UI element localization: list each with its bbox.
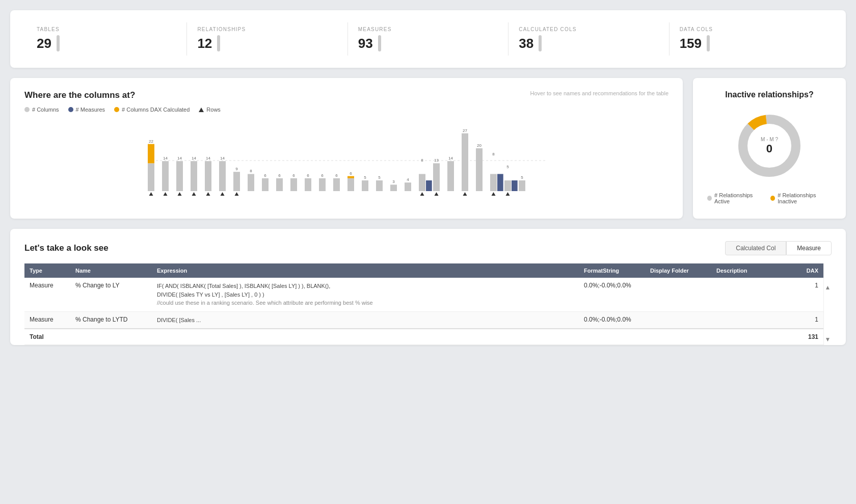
legend-measures-label: # Measures xyxy=(76,107,105,113)
tab-group: Calculated Col Measure xyxy=(725,241,832,255)
stat-relationships-bar xyxy=(217,35,220,51)
scroll-up-icon[interactable]: ▲ xyxy=(825,284,831,291)
stat-relationships-label: RELATIONSHIPS xyxy=(197,26,246,32)
cell-desc-1 xyxy=(711,278,793,311)
legend-dax-label: # Columns DAX Calculated xyxy=(122,107,190,113)
svg-marker-10 xyxy=(178,192,182,196)
legend-columns-label: # Columns xyxy=(32,107,59,113)
legend-measures: # Measures xyxy=(68,107,105,113)
columns-chart-card: Where are the columns at? Hover to see n… xyxy=(10,78,683,219)
svg-rect-27 xyxy=(276,178,283,191)
stat-tables-label: TABLES xyxy=(37,26,60,32)
donut-card: Inactive relationships? M - M ? 0 # Rela… xyxy=(693,78,846,219)
svg-text:6: 6 xyxy=(307,173,309,178)
expr-text-2: DIVIDE( [Sales ... xyxy=(157,316,574,325)
svg-rect-63 xyxy=(497,174,503,191)
svg-text:8: 8 xyxy=(421,158,423,163)
svg-rect-44 xyxy=(390,184,397,191)
stat-tables: TABLES 29 xyxy=(26,22,187,56)
svg-rect-66 xyxy=(504,180,511,191)
svg-rect-52 xyxy=(433,163,440,191)
table-scroll-area[interactable]: Type Name Expression FormatString Displa… xyxy=(24,263,823,345)
svg-rect-1 xyxy=(148,163,154,191)
svg-rect-11 xyxy=(191,161,197,191)
legend-dax: # Columns DAX Calculated xyxy=(114,107,190,113)
legend-inactive-label: # Relationships Inactive xyxy=(778,192,832,204)
donut-center-text: M - M ? 0 xyxy=(761,137,778,155)
tab-calculated-col[interactable]: Calculated Col xyxy=(725,241,786,255)
cell-dax-1: 1 xyxy=(793,278,823,311)
cell-desc-2 xyxy=(711,311,793,329)
svg-rect-17 xyxy=(219,161,226,191)
svg-rect-57 xyxy=(462,134,468,191)
stat-measures: MEASURES 93 xyxy=(348,22,509,56)
svg-rect-49 xyxy=(426,180,432,191)
svg-text:8: 8 xyxy=(250,169,252,173)
th-name: Name xyxy=(70,263,152,278)
cell-format-2: 0.0%;-0.0%;0.0% xyxy=(579,311,645,329)
columns-chart-subtitle: Hover to see names and recommendations f… xyxy=(530,90,668,96)
cell-folder-1 xyxy=(645,278,711,311)
legend-rows-triangle xyxy=(199,108,204,112)
stat-relationships: RELATIONSHIPS 12 xyxy=(187,22,347,56)
donut-legend: # Relationships Active # Relationships I… xyxy=(707,192,832,204)
svg-rect-38 xyxy=(347,176,354,178)
legend-inactive-dot xyxy=(770,196,775,201)
section-title: Let's take a look see xyxy=(24,243,109,253)
svg-rect-33 xyxy=(319,178,326,191)
expr-text-1: IF( AND( ISBLANK( [Total Sales] ), ISBLA… xyxy=(157,282,574,307)
svg-marker-51 xyxy=(420,192,424,196)
svg-text:6: 6 xyxy=(350,171,352,176)
stat-data-cols-value: 159 xyxy=(680,36,702,51)
svg-text:6: 6 xyxy=(278,173,281,178)
cell-type-1: Measure xyxy=(24,278,70,311)
stat-calc-cols: CALCULATED COLS 38 xyxy=(509,22,669,56)
svg-marker-22 xyxy=(235,192,239,196)
tab-measure[interactable]: Measure xyxy=(786,241,832,255)
svg-rect-8 xyxy=(176,161,183,191)
cell-format-1: 0.0%;-0.0%;0.0% xyxy=(579,278,645,311)
bottom-header: Let's take a look see Calculated Col Mea… xyxy=(24,241,832,255)
table-row: Measure % Change to LY IF( AND( ISBLANK(… xyxy=(24,278,823,311)
svg-marker-69 xyxy=(506,192,510,196)
columns-chart-title: Where are the columns at? xyxy=(24,90,135,100)
svg-marker-54 xyxy=(435,192,439,196)
th-dax: DAX xyxy=(793,263,823,278)
svg-text:6: 6 xyxy=(335,173,338,178)
table-row: Measure % Change to LYTD DIVIDE( [Sales … xyxy=(24,311,823,329)
svg-text:14: 14 xyxy=(192,156,196,161)
svg-text:20: 20 xyxy=(477,143,481,148)
th-description: Description xyxy=(711,263,793,278)
table-total-row: Total 131 xyxy=(24,329,823,345)
cell-name-2: % Change to LYTD xyxy=(70,311,152,329)
legend-relationships-inactive: # Relationships Inactive xyxy=(770,192,832,204)
cell-expr-1: IF( AND( ISBLANK( [Total Sales] ), ISBLA… xyxy=(152,278,579,311)
svg-text:6: 6 xyxy=(264,173,266,178)
svg-text:14: 14 xyxy=(163,156,168,161)
th-folder: Display Folder xyxy=(645,263,711,278)
bar-chart-area: 2214141414149866666665534813142720855 xyxy=(24,120,668,206)
svg-marker-7 xyxy=(164,192,168,196)
svg-text:3: 3 xyxy=(392,179,395,184)
svg-rect-40 xyxy=(362,180,368,191)
stat-measures-label: MEASURES xyxy=(358,26,392,32)
svg-text:5: 5 xyxy=(506,165,509,169)
scroll-down-icon[interactable]: ▼ xyxy=(825,336,831,343)
svg-rect-46 xyxy=(405,182,411,191)
stat-calc-cols-label: CALCULATED COLS xyxy=(519,26,576,32)
table-body: Measure % Change to LY IF( AND( ISBLANK(… xyxy=(24,278,823,345)
svg-rect-31 xyxy=(305,178,311,191)
svg-text:5: 5 xyxy=(364,175,366,180)
svg-text:6: 6 xyxy=(321,173,324,178)
svg-rect-2 xyxy=(148,144,154,164)
svg-marker-4 xyxy=(149,192,153,196)
svg-rect-37 xyxy=(347,178,354,191)
cell-folder-2 xyxy=(645,311,711,329)
legend-measures-dot xyxy=(68,107,73,112)
svg-rect-20 xyxy=(233,172,240,191)
donut-container: M - M ? 0 xyxy=(707,108,832,184)
stat-relationships-value: 12 xyxy=(197,36,212,51)
th-expression: Expression xyxy=(152,263,579,278)
cell-type-2: Measure xyxy=(24,311,70,329)
svg-rect-5 xyxy=(162,161,169,191)
